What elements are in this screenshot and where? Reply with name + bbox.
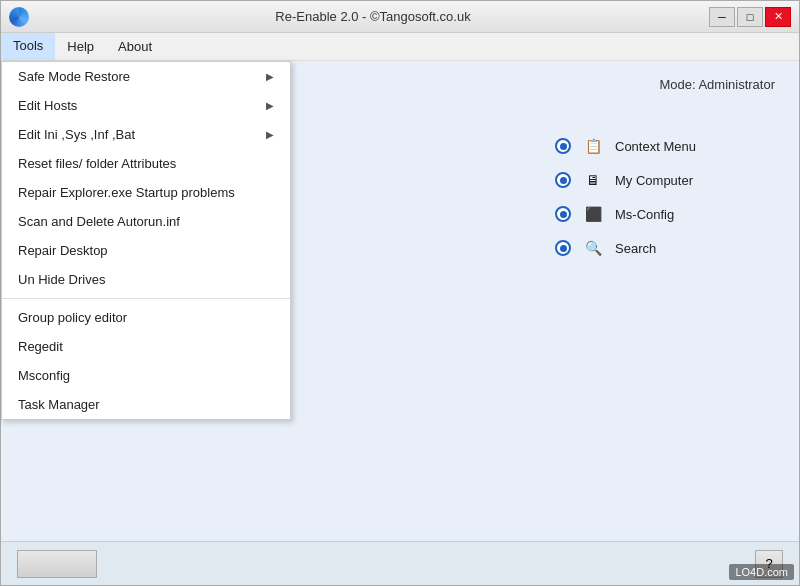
submenu-arrow: ▶	[266, 129, 274, 140]
dropdown-item-unhide-drives[interactable]: Un Hide Drives	[2, 265, 290, 294]
dropdown-item-edit-hosts[interactable]: Edit Hosts ▶	[2, 91, 290, 120]
watermark: LO4D.com	[729, 564, 794, 580]
dropdown-item-group-policy[interactable]: Group policy editor	[2, 303, 290, 332]
dropdown-item-safe-mode[interactable]: Safe Mode Restore ▶	[2, 62, 290, 91]
context-menu-icon: 📋	[581, 136, 605, 156]
dropdown-item-repair-desktop[interactable]: Repair Desktop	[2, 236, 290, 265]
dropdown-item-task-manager[interactable]: Task Manager	[2, 390, 290, 419]
radio-context-menu[interactable]: 📋 Context Menu	[555, 136, 775, 156]
dropdown-item-reset-files[interactable]: Reset files/ folder Attributes	[2, 149, 290, 178]
radio-label-ms-config: Ms-Config	[615, 207, 674, 222]
dropdown-item-regedit[interactable]: Regedit	[2, 332, 290, 361]
radio-button-ms-config[interactable]	[555, 206, 571, 222]
ms-config-icon: ⬛	[581, 204, 605, 224]
radio-label-search: Search	[615, 241, 656, 256]
radio-search[interactable]: 🔍 Search	[555, 238, 775, 258]
submenu-arrow: ▶	[266, 71, 274, 82]
dropdown-item-repair-explorer[interactable]: Repair Explorer.exe Startup problems	[2, 178, 290, 207]
radio-my-computer[interactable]: 🖥 My Computer	[555, 170, 775, 190]
menu-bar: Tools Help About Safe Mode Restore ▶ Edi…	[1, 33, 799, 61]
close-button[interactable]: ✕	[765, 7, 791, 27]
go-button[interactable]	[17, 550, 97, 578]
radio-button-context-menu[interactable]	[555, 138, 571, 154]
dropdown-item-scan-delete[interactable]: Scan and Delete Autorun.inf	[2, 207, 290, 236]
window-title: Re-Enable 2.0 - ©Tangosoft.co.uk	[37, 9, 709, 24]
radio-ms-config[interactable]: ⬛ Ms-Config	[555, 204, 775, 224]
menu-tools[interactable]: Tools	[1, 33, 55, 60]
menu-about[interactable]: About	[106, 33, 164, 60]
window-controls: ─ □ ✕	[709, 7, 791, 27]
radio-button-my-computer[interactable]	[555, 172, 571, 188]
radio-group: 📋 Context Menu 🖥 My Computer ⬛ Ms-Config…	[555, 136, 775, 258]
menu-help[interactable]: Help	[55, 33, 106, 60]
title-bar: Re-Enable 2.0 - ©Tangosoft.co.uk ─ □ ✕	[1, 1, 799, 33]
tools-dropdown: Safe Mode Restore ▶ Edit Hosts ▶ Edit In…	[1, 61, 291, 420]
maximize-button[interactable]: □	[737, 7, 763, 27]
separator	[2, 298, 290, 299]
radio-label-context-menu: Context Menu	[615, 139, 696, 154]
dropdown-item-msconfig[interactable]: Msconfig	[2, 361, 290, 390]
bottom-bar: ?	[1, 541, 799, 585]
my-computer-icon: 🖥	[581, 170, 605, 190]
radio-button-search[interactable]	[555, 240, 571, 256]
submenu-arrow: ▶	[266, 100, 274, 111]
app-icon	[9, 7, 29, 27]
mode-label: Mode: Administrator	[659, 77, 775, 92]
minimize-button[interactable]: ─	[709, 7, 735, 27]
search-icon: 🔍	[581, 238, 605, 258]
radio-label-my-computer: My Computer	[615, 173, 693, 188]
dropdown-item-edit-ini[interactable]: Edit Ini ,Sys ,Inf ,Bat ▶	[2, 120, 290, 149]
app-window: Re-Enable 2.0 - ©Tangosoft.co.uk ─ □ ✕ T…	[0, 0, 800, 586]
